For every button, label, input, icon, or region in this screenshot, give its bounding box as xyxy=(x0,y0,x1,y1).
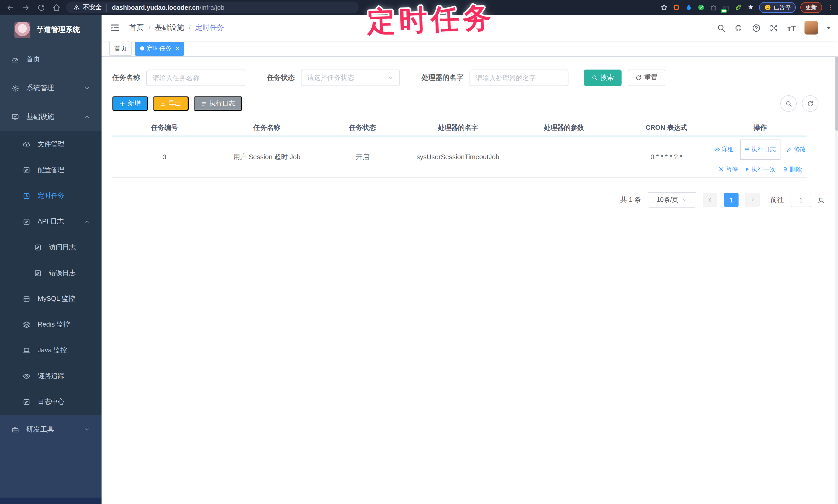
table-row[interactable]: 3 用户 Session 超时 Job 开启 sysUserSessionTim… xyxy=(112,137,807,178)
extension-pin-icon[interactable] xyxy=(747,4,754,11)
page-size-select[interactable]: 10条/页 xyxy=(648,192,696,208)
sidebar-fold-icon[interactable] xyxy=(110,23,120,33)
url-text[interactable]: dashboard.yudao.iocoder.cn/infra/job xyxy=(112,4,224,11)
browser-home-icon[interactable] xyxy=(53,3,61,12)
pause-link[interactable]: 暂停 xyxy=(718,164,738,175)
handler-name-input[interactable] xyxy=(470,70,569,86)
breadcrumb-infra[interactable]: 基础设施 xyxy=(155,23,184,33)
extension-green-check-icon[interactable] xyxy=(697,4,705,11)
sidebar-item-scheduled-jobs[interactable]: 定时任务 xyxy=(0,183,102,209)
row-actions: 详细 执行日志 修改 xyxy=(713,140,807,175)
sidebar-item-api-log[interactable]: API 日志 xyxy=(0,209,102,234)
col-job-name: 任务名称 xyxy=(216,123,317,132)
search-button[interactable]: 搜索 xyxy=(584,70,622,86)
trash-icon xyxy=(782,166,788,172)
gauge-icon xyxy=(11,55,19,63)
gear-icon xyxy=(11,84,19,92)
log-icon xyxy=(23,218,30,226)
edit-link[interactable]: 修改 xyxy=(786,144,806,155)
prev-page-button[interactable] xyxy=(703,193,717,207)
avatar[interactable] xyxy=(804,21,818,35)
refresh-button[interactable] xyxy=(802,95,818,112)
download-icon xyxy=(160,101,166,106)
reset-button[interactable]: 重置 xyxy=(628,70,665,86)
export-button[interactable]: 导出 xyxy=(153,96,189,111)
sidebar-item-access-log[interactable]: 访问日志 xyxy=(0,234,102,260)
sidebar-item-trace[interactable]: 链路追踪 xyxy=(0,363,102,389)
breadcrumb-current: 定时任务 xyxy=(195,23,224,33)
total-count: 共 1 条 xyxy=(620,195,641,204)
briefcase-icon xyxy=(11,426,19,433)
sidebar-item-system[interactable]: 系统管理 xyxy=(0,74,102,103)
extension-on-switch[interactable]: on xyxy=(722,4,730,11)
sidebar-item-mysql-monitor[interactable]: MySQL 监控 xyxy=(0,286,102,312)
extension-orange-ring-icon[interactable] xyxy=(673,4,680,11)
eye-icon xyxy=(23,372,30,380)
app-title: 芋道管理系统 xyxy=(37,25,80,35)
sidebar-item-error-log[interactable]: 错误日志 xyxy=(0,260,102,286)
chevron-left-icon xyxy=(707,197,713,203)
help-icon[interactable] xyxy=(752,23,761,32)
current-page-button[interactable]: 1 xyxy=(724,193,738,207)
active-dot xyxy=(140,46,144,51)
table-header-row: 任务编号 任务名称 任务状态 处理器的名字 处理器的参数 CRON 表达式 操作 xyxy=(112,120,807,136)
cell-job-name: 用户 Session 超时 Job xyxy=(216,151,317,163)
sidebar: 芋道管理系统 首页 系统管理 基础设施 xyxy=(0,15,102,504)
execution-log-button[interactable]: 执行日志 xyxy=(194,96,242,111)
tag-home[interactable]: 首页 xyxy=(109,41,132,55)
chevron-down-icon xyxy=(682,197,687,203)
search-icon[interactable] xyxy=(717,23,726,32)
sidebar-item-infra[interactable]: 基础设施 xyxy=(0,103,102,131)
col-handler-name: 处理器的名字 xyxy=(408,123,508,132)
bookmark-star-icon[interactable] xyxy=(660,4,668,11)
sidebar-item-redis-monitor[interactable]: Redis 监控 xyxy=(0,312,102,337)
cloud-upload-icon xyxy=(23,140,30,148)
fullscreen-icon[interactable] xyxy=(770,23,779,32)
goto-page-input[interactable] xyxy=(790,193,811,207)
extension-leaf-icon[interactable] xyxy=(734,4,742,11)
close-icon xyxy=(718,166,724,172)
update-button[interactable]: 更新 xyxy=(800,2,822,13)
sidebar-item-java-monitor[interactable]: Java 监控 xyxy=(0,337,102,363)
browser-menu-icon[interactable] xyxy=(827,4,834,11)
job-log-link[interactable]: 执行日志 xyxy=(740,140,780,159)
job-name-input[interactable] xyxy=(146,70,245,86)
chevron-down-icon xyxy=(84,427,90,433)
caret-down-icon[interactable] xyxy=(827,26,831,29)
delete-link[interactable]: 删除 xyxy=(782,164,802,175)
sidebar-item-dev-tools[interactable]: 研发工具 xyxy=(0,415,102,445)
address-bar[interactable]: 不安全 | dashboard.yudao.iocoder.cn/infra/j… xyxy=(66,2,359,13)
add-button[interactable]: 新增 xyxy=(112,96,148,111)
search-icon xyxy=(785,100,792,107)
font-size-icon[interactable]: ᴛT xyxy=(787,23,796,32)
log-icon xyxy=(34,269,42,277)
tag-close-icon[interactable]: × xyxy=(176,45,179,52)
next-page-button[interactable] xyxy=(745,193,760,207)
cell-handler-name: sysUserSessionTimeoutJob xyxy=(408,151,508,163)
tag-scheduled-jobs[interactable]: 定时任务 × xyxy=(135,41,184,55)
table-toolbar: 新增 导出 执行日志 xyxy=(112,96,826,111)
job-status-select[interactable]: 请选择任务状态 xyxy=(301,70,400,86)
sidebar-item-file-manage[interactable]: 文件管理 xyxy=(0,131,102,157)
detail-link[interactable]: 详细 xyxy=(714,144,734,155)
extension-puzzle-icon[interactable] xyxy=(710,4,717,11)
sidebar-item-log-center[interactable]: 日志中心 xyxy=(0,389,102,415)
app-logo-row[interactable]: 芋道管理系统 xyxy=(0,15,102,45)
sidebar-item-config-manage[interactable]: 配置管理 xyxy=(0,157,102,183)
edit-square-icon xyxy=(23,166,30,174)
paused-badge[interactable]: 已暂停 xyxy=(759,2,796,13)
hide-search-button[interactable] xyxy=(780,95,797,112)
address-separator: | xyxy=(106,3,108,12)
chevron-down-icon xyxy=(84,85,90,91)
window-scrollbar[interactable] xyxy=(835,15,838,504)
browser-back-icon[interactable] xyxy=(6,3,14,12)
security-label[interactable]: 不安全 xyxy=(83,3,102,12)
browser-reload-icon[interactable] xyxy=(37,3,45,12)
extension-blue-drop-icon[interactable] xyxy=(685,4,693,11)
sidebar-item-home[interactable]: 首页 xyxy=(0,45,102,74)
run-once-link[interactable]: 执行一次 xyxy=(744,164,776,175)
github-icon[interactable] xyxy=(735,23,744,32)
table-grid-icon xyxy=(23,295,30,303)
breadcrumb-home[interactable]: 首页 xyxy=(129,23,144,33)
browser-forward-icon[interactable] xyxy=(22,3,30,12)
